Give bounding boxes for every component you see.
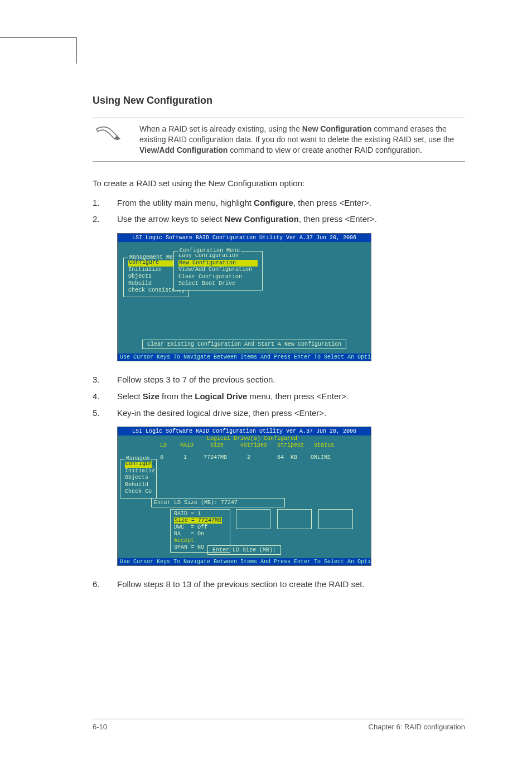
bios2-opt-size-sel: Size = 77247MB [174, 517, 222, 524]
bios1-body: Management Menu Configure Initialize Obj… [118, 242, 371, 354]
bios2-mgmt-item-objects: Objects [125, 475, 152, 482]
bios1-title: LSI Logic Software RAID Configuration Ut… [118, 234, 371, 242]
bios2-bar-1 [236, 509, 270, 529]
section-heading: Using New Configuration [93, 95, 465, 107]
bios1-cfg-item-new-label: New Configuration [179, 260, 236, 266]
bios2-footer: Use Cursor Keys To Navigate Between Item… [118, 558, 371, 565]
note-bold-1: New Configuration [302, 124, 371, 133]
steps-list-2: Follow steps 3 to 7 of the previous sect… [93, 374, 465, 419]
bios2-bar-3 [318, 509, 353, 529]
step-4c: from the [159, 391, 195, 401]
bios1-hint: Clear Existing Configuration And Start A… [142, 340, 346, 349]
bios2-opt-ra: RA = On [174, 531, 226, 538]
bios1-cfg-item-clear: Clear Configuration [178, 274, 258, 281]
note-bold-3: View/Add Configuration [139, 146, 228, 154]
bios2-opt-size: Size = 77247MB [174, 517, 226, 524]
page-number: 6-10 [93, 723, 107, 731]
bios-screenshot-1: LSI Logic Software RAID Configuration Ut… [117, 233, 371, 361]
bios1-cfg-title: Configuration Menu [178, 248, 241, 254]
intro-text: To create a RAID set using the New Confi… [93, 178, 465, 188]
step-4b: Size [143, 391, 159, 401]
bios2-input-label: Enter LD Size (MB): 77247 [151, 498, 285, 507]
step-1a: From the utility main menu, highlight [117, 198, 254, 207]
step-4e: menu, then press <Enter>. [247, 391, 349, 401]
step-2c: , then press <Enter>. [299, 214, 377, 224]
note-block: When a RAID set is already existing, usi… [93, 118, 465, 162]
bios-screenshot-2: LSI Logic Software RAID Configuration Ut… [117, 427, 371, 566]
bios1-cfg-box: Configuration Menu Easy Configuration Ne… [173, 251, 263, 291]
bios2-bar-2 [277, 509, 312, 529]
chapter-label: Chapter 6: RAID configuration [369, 723, 465, 731]
note-text: When a RAID set is already existing, usi… [139, 124, 465, 156]
step-2: Use the arrow keys to select New Configu… [93, 213, 465, 225]
bios2-opt-raid: RAID = 1 [174, 511, 226, 517]
bios2-mgmt-item-initializ: Initializ [125, 468, 152, 475]
bios2-mgmt-item-check: Check Co [125, 488, 152, 496]
step-4a: Select [117, 391, 143, 401]
step-2a: Use the arrow keys to select [117, 214, 225, 224]
step-5: Key-in the desired logical drive size, t… [93, 407, 465, 419]
note-pencil-icon [93, 124, 124, 156]
bios2-opt-accept: Accept [174, 538, 226, 544]
step-1b: Configure [254, 198, 293, 207]
bios1-cfg-item-new: New Configuration [178, 260, 258, 267]
step-6: Follow steps 8 to 13 of the previous sec… [93, 578, 465, 590]
step-1c: , then press <Enter>. [293, 198, 371, 207]
steps-list-3: Follow steps 8 to 13 of the previous sec… [93, 578, 465, 590]
step-4: Select Size from the Logical Drive menu,… [93, 390, 465, 403]
corner-rule-v [76, 37, 77, 64]
bios2-title: LSI Logic Software RAID Configuration Ut… [118, 427, 371, 435]
bios2-subtitle: Logical Drive(s) Configured [207, 435, 297, 442]
bios2-mgmt-title: Managem [125, 456, 151, 462]
bios2-hint: Enter LD Size (MB): [207, 545, 281, 555]
bios2-opt-dwc: DWC = Off [174, 524, 226, 531]
note-part-4: command to view or create another RAID c… [228, 146, 422, 154]
bios2-row: 0 1 77247MB 2 64 KB ONLINE [157, 454, 331, 461]
bios2-head: LD RAID Size #Stripes StripeSz Status [157, 442, 334, 448]
bios1-footer: Use Cursor Keys To Navigate Between Item… [118, 354, 371, 361]
page-footer: 6-10 Chapter 6: RAID configuration [93, 719, 465, 731]
note-part-0: When a RAID set is already existing, usi… [139, 124, 302, 133]
step-3: Follow steps 3 to 7 of the previous sect… [93, 374, 465, 386]
step-1: From the utility main menu, highlight Co… [93, 197, 465, 209]
step-2b: New Configuration [225, 214, 299, 224]
step-4d: Logical Drive [195, 391, 247, 401]
bios1-mgmt-title: Management Menu [128, 254, 181, 260]
bios1-cfg-item-boot: Select Boot Drive [178, 280, 258, 288]
bios2-mgmt-box: Managem Configure Initializ Objects Rebu… [120, 459, 157, 498]
bios2-body: Logical Drive(s) Configured LD RAID Size… [118, 435, 371, 558]
steps-list: From the utility main menu, highlight Co… [93, 197, 465, 226]
corner-rule-h [0, 37, 76, 38]
bios2-mgmt-item-rebuild: Rebuild [125, 482, 152, 489]
bios1-cfg-item-view: View/Add Configuration [178, 267, 258, 274]
